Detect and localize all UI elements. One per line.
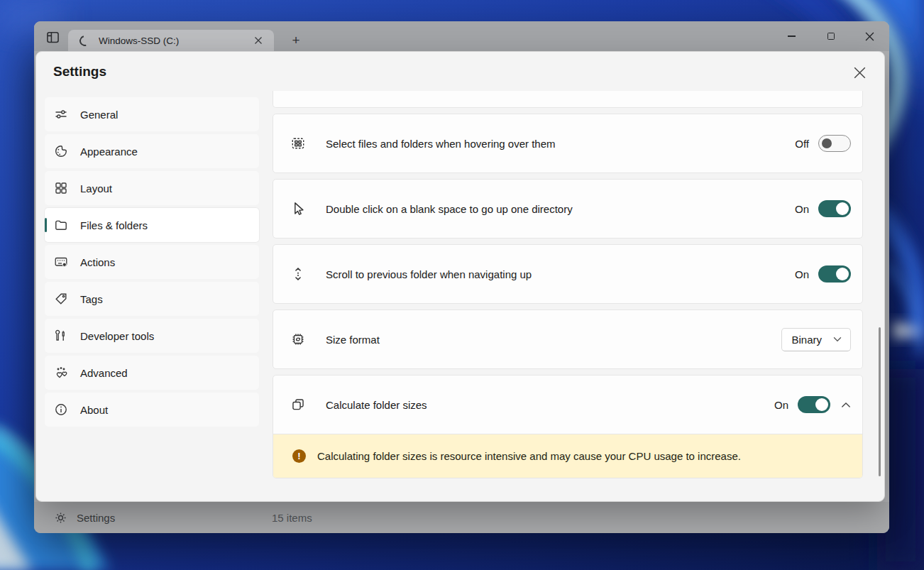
sidebar-item-files-folders[interactable]: Files & folders [45, 208, 259, 242]
sidebar-item-about[interactable]: About [45, 393, 259, 427]
toggle-knob [815, 398, 828, 411]
partial-card-above [273, 91, 863, 108]
sidebar-item-label: Layout [80, 182, 112, 194]
setting-row-size-format: Size format Binary [273, 309, 863, 369]
statusbar-settings-label: Settings [77, 512, 115, 524]
toggle-state-label: Off [795, 138, 809, 150]
setting-row-hover-select: Select files and folders when hovering o… [273, 114, 863, 173]
close-icon [865, 32, 874, 41]
scroll-previous-toggle[interactable] [818, 265, 851, 283]
statusbar: Settings 15 items [34, 502, 889, 533]
close-icon [854, 67, 866, 79]
setting-label: Size format [326, 334, 781, 346]
sidebar-item-label: Tags [80, 293, 103, 305]
calculate-folder-sizes-toggle[interactable] [798, 396, 830, 413]
sidebar-item-tags[interactable]: Tags [45, 282, 259, 316]
setting-label: Scroll to previous folder when navigatin… [326, 268, 795, 280]
statusbar-settings-button[interactable]: Settings [54, 511, 115, 525]
chevron-up-icon[interactable] [841, 402, 851, 408]
double-click-up-toggle[interactable] [818, 200, 851, 217]
tab-title: Windows-SSD (C:) [99, 35, 251, 46]
sidebar-item-label: About [80, 404, 108, 416]
sidebar-item-layout[interactable]: Layout [45, 171, 259, 205]
warning-icon: ! [292, 449, 306, 463]
warning-text: Calculating folder sizes is resource int… [317, 450, 741, 462]
sliders-icon [53, 106, 69, 122]
items-count: 15 items [272, 512, 312, 524]
sidebar-item-developer-tools[interactable]: Developer tools [45, 319, 259, 353]
setting-row-calculate-folder-sizes: Calculate folder sizes On ! Calculating … [273, 375, 863, 478]
sidebar-item-advanced[interactable]: Advanced [45, 356, 259, 390]
maximize-icon [827, 33, 835, 40]
desktop: Windows-SSD (C:) + Settings [0, 0, 924, 570]
chevron-down-icon [833, 336, 842, 342]
setting-label: Double click on a blank space to go up o… [326, 203, 795, 215]
toggle-knob [822, 138, 832, 148]
setting-row-scroll-previous: Scroll to previous folder when navigatin… [273, 244, 863, 304]
hearts-icon [53, 365, 69, 380]
copy-squares-icon [290, 397, 306, 412]
sidebar-item-label: Files & folders [80, 219, 148, 231]
warning-banner: ! Calculating folder sizes is resource i… [273, 434, 862, 478]
minimize-icon [788, 35, 796, 36]
toggle-knob [836, 268, 849, 280]
settings-dialog: Settings General [35, 51, 885, 502]
chip-sync-icon [290, 331, 306, 347]
toggle-state-label: On [795, 203, 809, 215]
dropdown-value: Binary [791, 334, 822, 346]
folder-icon [53, 217, 69, 233]
toggle-state-label: On [774, 399, 788, 411]
scroll-icon [290, 266, 306, 282]
grid-icon [53, 180, 69, 196]
new-tab-button[interactable]: + [284, 30, 308, 51]
setting-label: Calculate folder sizes [326, 399, 774, 411]
sidebar-item-general[interactable]: General [45, 97, 259, 131]
setting-row-double-click-up: Double click on a blank space to go up o… [273, 179, 863, 239]
sidebar-item-appearance[interactable]: Appearance [45, 134, 259, 168]
maximize-button[interactable] [811, 21, 850, 51]
loading-spinner-icon [77, 33, 92, 48]
tab-layout-icon[interactable] [44, 28, 61, 45]
sidebar-item-label: Appearance [80, 146, 138, 158]
settings-sidebar: General Appearance [45, 97, 259, 429]
keyboard-gear-icon [53, 254, 69, 270]
toggle-state-label: On [795, 268, 809, 280]
palette-icon [53, 143, 69, 159]
tab-windows-ssd[interactable]: Windows-SSD (C:) [68, 30, 274, 51]
info-icon [53, 402, 69, 417]
sidebar-item-actions[interactable]: Actions [45, 245, 259, 279]
setting-label: Select files and folders when hovering o… [326, 138, 795, 150]
size-format-dropdown[interactable]: Binary [781, 328, 851, 351]
minimize-button[interactable] [772, 21, 811, 51]
sidebar-item-label: Advanced [80, 367, 128, 379]
hover-select-toggle[interactable] [818, 135, 851, 152]
sidebar-item-label: Developer tools [80, 330, 154, 342]
tools-icon [53, 328, 69, 344]
dialog-close-button[interactable] [849, 62, 870, 83]
settings-content: Select files and folders when hovering o… [273, 91, 863, 478]
gear-icon [54, 511, 67, 525]
scrollbar-thumb[interactable] [879, 327, 881, 476]
expander-header[interactable]: Calculate folder sizes On [273, 376, 862, 434]
window-controls [772, 21, 889, 51]
titlebar: Windows-SSD (C:) + [34, 21, 889, 51]
tag-icon [53, 291, 69, 307]
sidebar-item-label: General [80, 109, 118, 121]
sidebar-item-label: Actions [80, 256, 115, 268]
multi-select-icon [290, 136, 306, 151]
close-window-button[interactable] [850, 21, 889, 51]
tab-close-icon[interactable] [251, 33, 265, 48]
toggle-knob [836, 202, 849, 215]
cursor-icon [290, 201, 306, 217]
dialog-title: Settings [53, 64, 106, 80]
